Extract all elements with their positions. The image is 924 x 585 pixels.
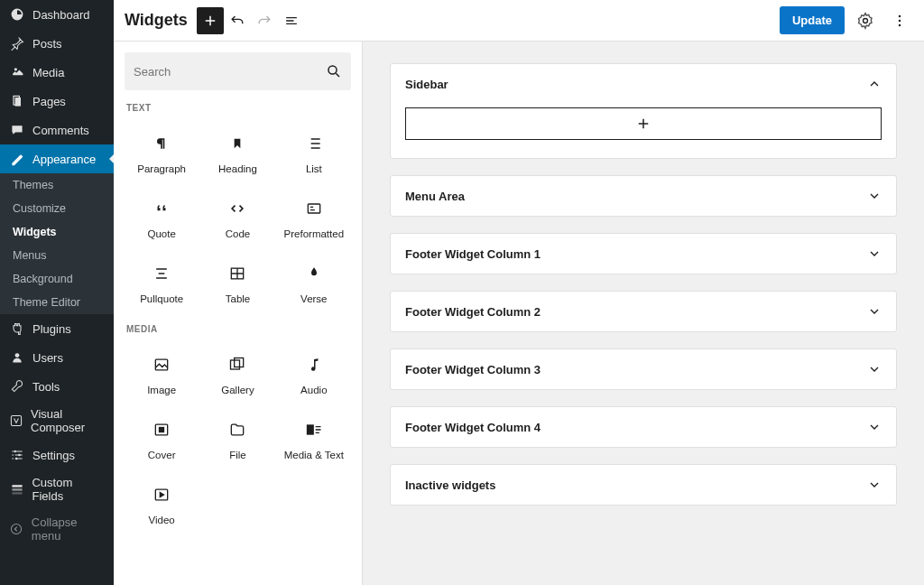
label: Comments (32, 124, 89, 137)
block-quote[interactable]: Quote (125, 185, 199, 248)
widget-area-footer-3: Footer Widget Column 3 (390, 348, 897, 390)
redo-button[interactable] (251, 7, 278, 34)
sidebar-item-tools[interactable]: Tools (0, 372, 114, 401)
heading-icon (226, 133, 248, 154)
svg-rect-7 (12, 485, 22, 487)
sidebar-item-collapse[interactable]: Collapse menu (0, 509, 114, 549)
label: Plugins (32, 322, 71, 336)
block-table[interactable]: Table (200, 250, 274, 313)
collapse-icon (9, 521, 24, 537)
svg-point-5 (18, 454, 20, 456)
submenu-customize[interactable]: Customize (0, 197, 114, 220)
svg-rect-19 (231, 360, 240, 369)
wrench-icon (9, 378, 25, 395)
update-button[interactable]: Update (780, 6, 845, 34)
sidebar-item-visual-composer[interactable]: Visual Composer (0, 401, 114, 441)
svg-rect-22 (160, 428, 164, 432)
svg-point-6 (15, 458, 17, 460)
category-heading: TEXT (126, 103, 351, 113)
label: Visual Composer (31, 407, 105, 434)
submenu-widgets[interactable]: Widgets (0, 220, 114, 244)
svg-point-11 (864, 18, 868, 23)
submenu-menus[interactable]: Menus (0, 244, 114, 267)
block-pullquote[interactable]: Pullquote (125, 250, 199, 313)
content: TEXT Paragraph Heading List Quote Code P… (114, 42, 924, 585)
block-list[interactable]: List (277, 120, 351, 183)
svg-point-12 (899, 14, 901, 17)
block-verse[interactable]: Verse (277, 250, 351, 313)
block-media-text[interactable]: Media & Text (277, 406, 351, 469)
cover-icon (151, 419, 172, 441)
area-header[interactable]: Inactive widgets (391, 465, 896, 505)
page-title: Widgets (125, 11, 188, 30)
search-box (125, 52, 351, 90)
sidebar-item-media[interactable]: Media (0, 58, 114, 87)
widget-areas: Sidebar Menu Area Footer Widget Column 1 (363, 42, 924, 585)
area-header[interactable]: Footer Widget Column 3 (391, 349, 896, 389)
dashboard-icon (9, 6, 25, 23)
block-preformatted[interactable]: Preformatted (277, 185, 351, 248)
area-header[interactable]: Sidebar (391, 64, 896, 104)
label: Collapse menu (32, 515, 105, 543)
sidebar-item-plugins[interactable]: Plugins (0, 314, 114, 343)
block-audio[interactable]: Audio (277, 341, 351, 404)
sidebar-item-appearance[interactable]: Appearance (0, 144, 114, 173)
sidebar-item-pages[interactable]: Pages (0, 87, 114, 116)
area-header[interactable]: Footer Widget Column 2 (391, 292, 896, 331)
block-video[interactable]: Video (125, 471, 199, 534)
pullquote-icon (151, 263, 172, 284)
add-block-button[interactable] (197, 7, 224, 34)
search-icon[interactable] (326, 63, 342, 79)
sidebar-item-posts[interactable]: Posts (0, 29, 114, 58)
area-header[interactable]: Footer Widget Column 1 (391, 234, 896, 274)
svg-point-14 (899, 23, 901, 26)
svg-rect-3 (11, 415, 21, 425)
block-cover[interactable]: Cover (125, 406, 199, 469)
block-heading[interactable]: Heading (200, 120, 274, 183)
submenu-background[interactable]: Background (0, 267, 114, 291)
svg-rect-16 (308, 204, 319, 213)
block-code[interactable]: Code (200, 185, 274, 248)
label: Custom Fields (32, 476, 105, 503)
image-icon (151, 354, 172, 376)
svg-point-13 (899, 19, 901, 22)
settings-button[interactable] (852, 7, 879, 34)
quote-icon (151, 198, 172, 219)
sidebar-item-dashboard[interactable]: Dashboard (0, 0, 114, 29)
pages-icon (9, 93, 25, 109)
list-view-button[interactable] (278, 7, 305, 34)
label: Pages (32, 95, 66, 108)
undo-button[interactable] (224, 7, 251, 34)
area-header[interactable]: Footer Widget Column 4 (391, 407, 896, 447)
chevron-down-icon (867, 420, 882, 434)
svg-rect-20 (235, 358, 244, 367)
paragraph-icon (151, 133, 172, 154)
media-icon (9, 64, 25, 80)
widget-area-footer-1: Footer Widget Column 1 (390, 233, 897, 274)
area-body (391, 107, 896, 158)
sidebar-item-comments[interactable]: Comments (0, 116, 114, 144)
appearance-icon (9, 151, 25, 167)
widget-area-footer-2: Footer Widget Column 2 (390, 291, 897, 332)
add-widget-button[interactable] (405, 107, 882, 140)
sidebar-item-custom-fields[interactable]: Custom Fields (0, 469, 114, 509)
comment-icon (9, 122, 25, 138)
block-gallery[interactable]: Gallery (200, 341, 274, 404)
video-icon (151, 484, 172, 506)
label: Users (32, 351, 63, 365)
sidebar-item-settings[interactable]: Settings (0, 441, 114, 469)
sidebar-item-users[interactable]: Users (0, 343, 114, 372)
block-image[interactable]: Image (125, 341, 199, 404)
submenu-theme-editor[interactable]: Theme Editor (0, 291, 114, 314)
label: Media (32, 66, 64, 79)
block-file[interactable]: File (200, 406, 274, 469)
svg-point-4 (14, 450, 15, 452)
search-input[interactable] (134, 65, 326, 79)
area-header[interactable]: Menu Area (391, 176, 896, 216)
plug-icon (9, 320, 25, 337)
more-options-button[interactable] (886, 7, 913, 34)
submenu-themes[interactable]: Themes (0, 173, 114, 197)
label: Tools (32, 380, 60, 394)
block-paragraph[interactable]: Paragraph (125, 120, 199, 183)
label: Dashboard (32, 8, 90, 22)
